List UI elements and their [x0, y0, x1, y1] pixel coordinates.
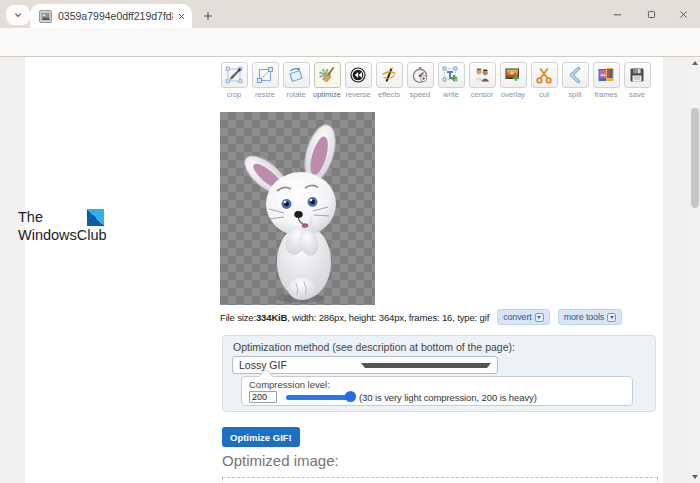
optimized-image-placeholder	[222, 477, 658, 483]
toolbar-button-speed[interactable]: speed	[406, 62, 434, 99]
page-viewport: The WindowsClub crop resize	[0, 57, 700, 483]
tab-favicon-icon	[39, 10, 52, 23]
optimization-panel: Optimization method (see description at …	[222, 335, 656, 412]
toolbar-button-frames[interactable]: frames	[592, 62, 620, 99]
browser-navbar: ezgif.com/optimize/ezgif-8-1500929b21.gi…	[0, 28, 700, 57]
overlay-icon	[504, 66, 522, 84]
windowsclub-logo-icon	[87, 209, 104, 226]
censor-icon	[473, 66, 491, 84]
optimize-gif-button[interactable]: Optimize GIF!	[222, 427, 300, 447]
file-info-row: File size: 334KiB, width: 286px, height:…	[220, 308, 622, 326]
reverse-icon	[349, 66, 367, 84]
compression-box: Compression level: (30 is very light com…	[241, 376, 633, 406]
more-tools-dropdown-icon	[607, 313, 616, 322]
scroll-down-button[interactable]	[690, 472, 700, 482]
maximize-icon	[646, 9, 657, 20]
plus-icon	[202, 10, 214, 22]
effects-icon	[380, 66, 398, 84]
toolbar-button-split[interactable]: split	[561, 62, 589, 99]
toolbar-button-resize[interactable]: resize	[251, 62, 279, 99]
more-tools-button[interactable]: more tools	[558, 309, 623, 325]
compression-slider-thumb[interactable]	[345, 391, 356, 402]
scrollbar-thumb[interactable]	[691, 108, 699, 208]
write-icon	[442, 66, 460, 84]
bunny-image	[220, 112, 375, 305]
toolbar-button-crop[interactable]: crop	[220, 62, 248, 99]
tab-search-button[interactable]	[6, 5, 30, 25]
toolbar-button-cut[interactable]: cut	[530, 62, 558, 99]
optimization-method-label: Optimization method (see description at …	[233, 341, 515, 353]
toolbar-button-censor[interactable]: censor	[468, 62, 496, 99]
watermark: The WindowsClub	[18, 209, 104, 244]
frames-icon	[597, 66, 615, 84]
gif-preview	[220, 112, 375, 305]
save-icon	[628, 66, 646, 84]
scroll-up-button[interactable]	[690, 58, 700, 68]
minimize-button[interactable]	[606, 6, 628, 22]
compression-hint: (30 is very light compression, 200 is he…	[359, 392, 537, 403]
scroll-down-icon	[692, 475, 698, 479]
convert-dropdown-icon	[535, 313, 544, 322]
new-tab-button[interactable]	[198, 6, 218, 26]
resize-icon	[256, 66, 274, 84]
optimize-icon	[318, 66, 336, 84]
file-info-label: File size:	[220, 312, 256, 323]
toolbar-button-optimize[interactable]: optimize	[313, 62, 341, 99]
watermark-line1: The	[18, 209, 43, 226]
toolbar-button-effects[interactable]: effects	[375, 62, 403, 99]
optimized-image-heading: Optimized image:	[222, 452, 339, 469]
toolbar-button-reverse[interactable]: reverse	[344, 62, 372, 99]
rotate-icon	[287, 66, 305, 84]
browser-titlebar: 0359a7994e0dff219d7fd83007f8	[0, 0, 700, 28]
toolbar-button-write[interactable]: write	[437, 62, 465, 99]
toolbar-button-save[interactable]: save	[623, 62, 651, 99]
watermark-line2: WindowsClub	[18, 227, 104, 244]
scroll-up-icon	[692, 61, 698, 65]
file-size-value: 334KiB	[256, 312, 287, 323]
toolbar-button-rotate[interactable]: rotate	[282, 62, 310, 99]
maximize-button[interactable]	[640, 6, 662, 22]
tab-title: 0359a7994e0dff219d7fd83007f8	[58, 10, 173, 22]
browser-tab[interactable]: 0359a7994e0dff219d7fd83007f8	[30, 4, 192, 28]
close-icon	[678, 9, 689, 20]
compression-level-input[interactable]	[249, 391, 277, 403]
crop-icon	[225, 66, 243, 84]
close-tab-icon[interactable]	[177, 12, 186, 21]
toolbar-button-overlay[interactable]: overlay	[499, 62, 527, 99]
chevron-down-icon	[12, 9, 24, 21]
compression-level-label: Compression level:	[249, 379, 330, 390]
file-info-details: , width: 286px, height: 364px, frames: 1…	[287, 312, 489, 323]
minimize-icon	[612, 9, 623, 20]
split-icon	[566, 66, 584, 84]
compression-slider-track[interactable]	[286, 395, 352, 400]
select-chevron-icon	[361, 363, 491, 368]
convert-button[interactable]: convert	[497, 309, 549, 325]
cut-icon	[535, 66, 553, 84]
speed-icon	[411, 66, 429, 84]
close-window-button[interactable]	[672, 6, 694, 22]
ezgif-toolbar: crop resize rotate	[220, 62, 651, 99]
